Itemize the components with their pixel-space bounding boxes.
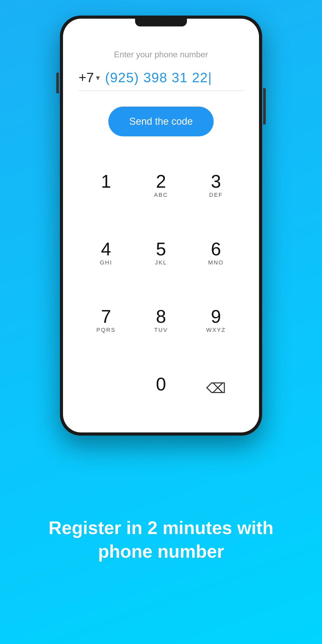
- key-2[interactable]: 2 ABC: [134, 152, 188, 220]
- country-code-value: +7: [79, 70, 94, 85]
- key-7-letters: PQRS: [96, 327, 116, 334]
- tagline: Register in 2 minutes with phone number: [21, 516, 301, 563]
- key-7[interactable]: 7 PQRS: [79, 287, 134, 355]
- input-label: Enter your phone number: [79, 50, 243, 59]
- keypad: 1 2 ABC 3 DEF 4 GHI: [79, 152, 243, 432]
- phone-input-row: +7 ▾ (925) 398 31 22|: [79, 65, 243, 91]
- key-6-number: 6: [211, 240, 221, 258]
- key-5-number: 5: [156, 240, 166, 258]
- phone-content: Enter your phone number +7 ▾ (925) 398 3…: [63, 26, 259, 432]
- key-4-number: 4: [101, 240, 111, 258]
- dropdown-arrow-icon: ▾: [96, 73, 100, 82]
- send-code-button[interactable]: Send the code: [108, 107, 213, 136]
- key-9[interactable]: 9 WXYZ: [188, 287, 243, 355]
- key-3-number: 3: [211, 172, 221, 191]
- key-5-letters: JKL: [155, 259, 167, 267]
- key-7-number: 7: [101, 307, 111, 326]
- key-3-letters: DEF: [209, 192, 223, 199]
- key-2-letters: ABC: [154, 192, 168, 199]
- key-6[interactable]: 6 MNO: [188, 220, 243, 287]
- phone-frame-wrapper: Enter your phone number +7 ▾ (925) 398 3…: [0, 0, 322, 436]
- key-2-number: 2: [156, 172, 166, 191]
- key-backspace[interactable]: ⌫: [188, 355, 243, 422]
- phone-number-display[interactable]: (925) 398 31 22|: [105, 70, 243, 85]
- key-0-number: 0: [156, 375, 166, 393]
- phone-notch: [135, 19, 187, 26]
- backspace-icon: ⌫: [206, 380, 226, 396]
- phone-screen: Enter your phone number +7 ▾ (925) 398 3…: [63, 19, 259, 432]
- key-8[interactable]: 8 TUV: [134, 287, 188, 355]
- key-1[interactable]: 1: [79, 152, 134, 220]
- key-1-number: 1: [101, 172, 111, 191]
- bottom-text-section: Register in 2 minutes with phone number: [0, 436, 322, 644]
- key-4[interactable]: 4 GHI: [79, 220, 134, 287]
- key-9-letters: WXYZ: [206, 327, 226, 334]
- phone-frame: Enter your phone number +7 ▾ (925) 398 3…: [60, 16, 262, 436]
- country-code-selector[interactable]: +7 ▾: [79, 70, 100, 85]
- key-5[interactable]: 5 JKL: [134, 220, 188, 287]
- key-3[interactable]: 3 DEF: [188, 152, 243, 220]
- key-0[interactable]: 0: [134, 355, 188, 422]
- key-empty: [79, 355, 134, 422]
- key-8-number: 8: [156, 307, 166, 326]
- key-9-number: 9: [211, 307, 221, 326]
- key-8-letters: TUV: [154, 327, 168, 334]
- key-6-letters: MNO: [208, 259, 224, 267]
- key-4-letters: GHI: [100, 259, 112, 267]
